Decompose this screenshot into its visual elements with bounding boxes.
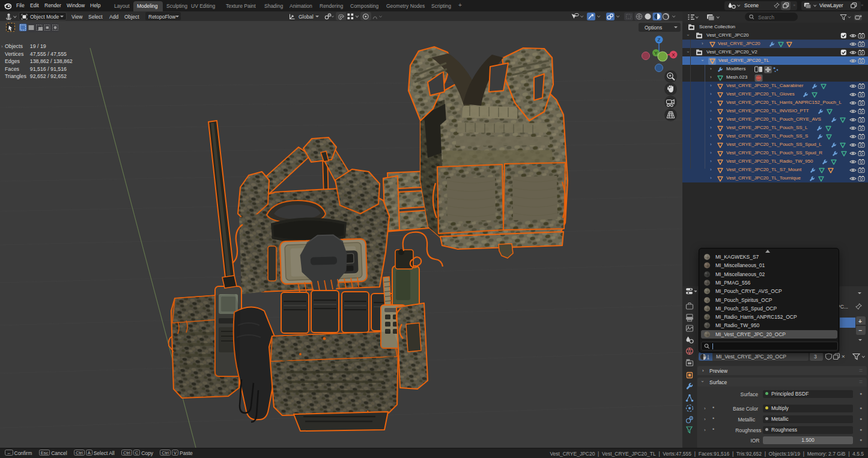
svg-text:X: X: [672, 52, 675, 58]
svg-text:Z: Z: [658, 37, 661, 43]
svg-text:Y: Y: [654, 50, 658, 56]
